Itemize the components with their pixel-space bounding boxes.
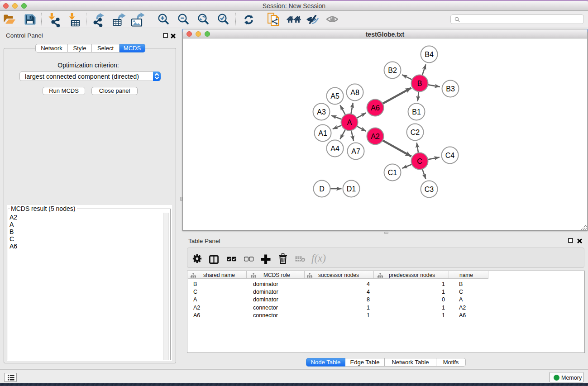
svg-text:A5: A5 bbox=[330, 92, 339, 100]
svg-text:A3: A3 bbox=[317, 108, 326, 116]
svg-text:B3: B3 bbox=[446, 85, 455, 93]
svg-text:D: D bbox=[319, 185, 325, 193]
svg-text:A1: A1 bbox=[318, 129, 327, 137]
svg-text:B1: B1 bbox=[412, 108, 421, 116]
svg-text:A7: A7 bbox=[351, 148, 360, 155]
svg-text:B2: B2 bbox=[388, 67, 397, 74]
svg-text:B: B bbox=[417, 80, 422, 87]
svg-text:C3: C3 bbox=[425, 186, 434, 193]
svg-text:A6: A6 bbox=[371, 104, 380, 112]
svg-text:C4: C4 bbox=[445, 152, 455, 159]
svg-text:A: A bbox=[347, 119, 352, 126]
svg-text:A8: A8 bbox=[350, 89, 359, 96]
svg-text:A2: A2 bbox=[371, 133, 380, 140]
svg-text:B4: B4 bbox=[425, 51, 434, 58]
svg-text:D1: D1 bbox=[347, 185, 356, 193]
svg-text:C2: C2 bbox=[411, 129, 420, 136]
svg-text:A4: A4 bbox=[330, 145, 339, 152]
svg-text:C: C bbox=[417, 157, 422, 165]
svg-text:C1: C1 bbox=[388, 169, 397, 176]
